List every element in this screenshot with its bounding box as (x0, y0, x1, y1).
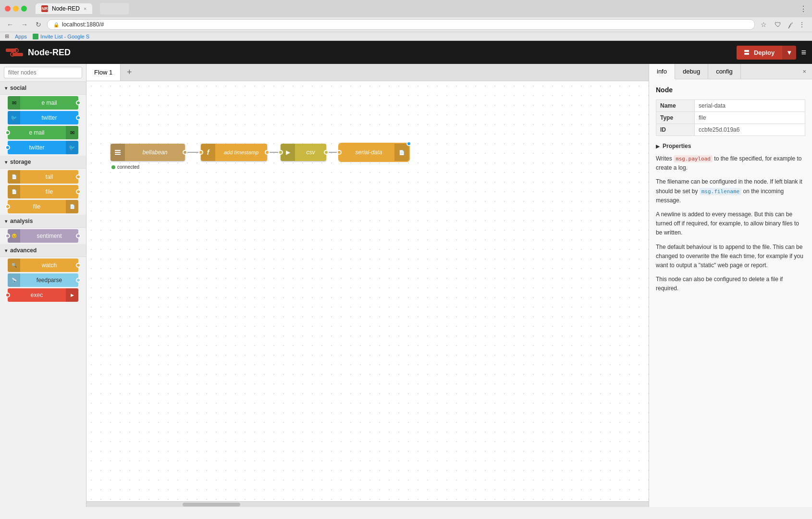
tab-title: Node-RED (52, 5, 80, 12)
file-in-label: file (20, 188, 78, 195)
advanced-arrow-icon: ▾ (5, 248, 7, 253)
bookmark-button[interactable]: ☆ (759, 20, 769, 29)
list-item: exec ▶ (4, 288, 82, 302)
search-input[interactable] (4, 67, 82, 78)
close-dot[interactable] (5, 6, 11, 12)
flow-canvas[interactable]: bellabean connected (86, 81, 649, 501)
address-bar[interactable]: 🔒 localhost:1880/# (47, 19, 755, 30)
node-file-in[interactable]: 📄 file (8, 185, 78, 198)
nodes-list: ▾ social ✉ e mail (0, 82, 86, 507)
analysis-label: analysis (10, 218, 33, 224)
tab-close-button[interactable]: × (84, 6, 86, 12)
back-button[interactable]: ← (5, 20, 15, 29)
exec-port-left (5, 293, 10, 297)
deploy-button[interactable]: Deploy (737, 46, 782, 60)
forward-button[interactable]: → (19, 20, 30, 29)
file-in-port-right (76, 189, 81, 194)
svg-rect-7 (115, 152, 121, 153)
flow-node-wrapper-timestamp: f add timestamp (201, 144, 267, 161)
timestamp-node-label: add timestamp (215, 149, 267, 155)
timestamp-port-in (198, 150, 203, 155)
deploy-label: Deploy (754, 49, 775, 56)
type-label: Type (656, 112, 695, 124)
category-header-advanced[interactable]: ▾ advanced (0, 244, 86, 257)
list-item: 🐦 twitter (4, 111, 82, 124)
extensions-button[interactable]: 𝒻 (787, 20, 793, 30)
watch-label: watch (20, 262, 78, 269)
svg-rect-8 (115, 154, 121, 155)
feedparse-icon: 📡 (8, 273, 20, 287)
sentiment-port-right (76, 234, 81, 238)
properties-header[interactable]: ▶ Properties (656, 143, 805, 149)
email-out-icon: ✉ (8, 96, 20, 110)
twitter-in-icon: 🐦 (8, 111, 20, 124)
exec-label: exec (8, 292, 66, 298)
file-out-port-left (5, 204, 10, 209)
panel-tab-debug[interactable]: debug (675, 64, 708, 79)
panel-tab-config-label: config (716, 68, 733, 75)
minimize-dot[interactable] (13, 6, 19, 12)
description-1: Writes msg.payload to the file specified… (656, 154, 805, 173)
menu-button[interactable]: ⋮ (797, 20, 807, 29)
category-storage: ▾ storage 📄 tail (0, 156, 86, 213)
node-watch[interactable]: 🔍 watch (8, 259, 78, 272)
node-twitter-in[interactable]: 🐦 twitter (8, 111, 78, 124)
svg-rect-4 (744, 50, 749, 52)
category-social: ▾ social ✉ e mail (0, 82, 86, 154)
flow-tab-1-label: Flow 1 (94, 69, 112, 76)
category-header-analysis[interactable]: ▾ analysis (0, 215, 86, 228)
browser-chrome: NR Node-RED × ⋮ ← → ↻ 🔒 localhost:1880/#… (0, 0, 812, 41)
flow-node-bellabean[interactable]: bellabean connected (111, 144, 185, 161)
list-item: 📄 file (4, 185, 82, 198)
table-row: Type file (656, 112, 805, 124)
social-arrow-icon: ▾ (5, 86, 7, 91)
header: Node-RED Deploy ▼ ≡ (0, 41, 812, 64)
shield-button[interactable]: 🛡 (773, 20, 783, 29)
file-out-icon: 📄 (66, 200, 78, 213)
category-header-social[interactable]: ▾ social (0, 82, 86, 95)
node-feedparse[interactable]: 📡 feedparse (8, 273, 78, 287)
bookmark-apps[interactable]: Apps (15, 34, 27, 39)
twitter-out-port-left (5, 145, 10, 150)
flow-tab-add[interactable]: + (121, 64, 138, 81)
reload-button[interactable]: ↻ (34, 20, 43, 29)
bookmarks-label: ⊞ (5, 33, 9, 39)
flow-node-timestamp[interactable]: f add timestamp (201, 144, 267, 161)
flow-tab-1[interactable]: Flow 1 (86, 64, 121, 81)
serial-node-icon: 📄 (394, 144, 409, 161)
bellabean-node-label: bellabean (125, 149, 185, 156)
node-email-out[interactable]: ✉ e mail (8, 96, 78, 110)
horizontal-scrollbar[interactable] (86, 501, 649, 507)
flow-node-wrapper-bellabean: bellabean connected (111, 144, 185, 161)
browser-tab[interactable]: NR Node-RED × (36, 3, 92, 14)
name-value: serial-data (695, 100, 805, 112)
panel-close-button[interactable]: × (797, 64, 812, 79)
category-header-storage[interactable]: ▾ storage (0, 156, 86, 169)
app: Node-RED Deploy ▼ ≡ (0, 41, 812, 507)
deploy-dropdown-button[interactable]: ▼ (782, 46, 796, 60)
node-file-out[interactable]: file 📄 (8, 200, 78, 213)
panel-tab-info[interactable]: info (649, 64, 675, 79)
maximize-dot[interactable] (21, 6, 27, 12)
invite-list-label: Invite List - Google S (40, 34, 89, 39)
file-out-label: file (8, 203, 66, 210)
node-twitter-out[interactable]: twitter 🐦 (8, 141, 78, 154)
email-out-port (76, 100, 81, 105)
new-tab-button[interactable] (100, 3, 129, 14)
hamburger-menu[interactable]: ≡ (801, 48, 806, 58)
email-out-label: e mail (20, 99, 78, 106)
node-tail[interactable]: 📄 tail (8, 170, 78, 184)
bookmark-invite-list[interactable]: Invite List - Google S (33, 34, 89, 39)
flow-node-serial-data[interactable]: serial-data 📄 (339, 144, 409, 161)
svg-rect-6 (115, 150, 121, 151)
csv-port-in (278, 150, 283, 155)
flow-node-csv[interactable]: ▶ csv (281, 144, 326, 161)
node-exec[interactable]: exec ▶ (8, 288, 78, 302)
node-email-in[interactable]: e mail ✉ (8, 126, 78, 139)
browser-dots (5, 6, 27, 12)
name-label: Name (656, 100, 695, 112)
node-sentiment[interactable]: 😊 sentiment (8, 229, 78, 243)
panel-tab-config[interactable]: config (708, 64, 741, 79)
search-box (0, 64, 86, 82)
nodered-tab-icon: NR (41, 5, 48, 12)
